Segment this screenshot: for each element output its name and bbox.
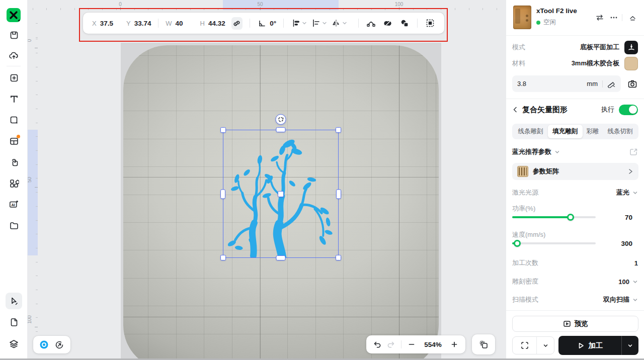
marquee-selection-button[interactable] (425, 17, 435, 29)
height-input[interactable]: 44.32 (208, 20, 225, 27)
duplicate-tool-button[interactable] (6, 154, 22, 170)
text-tool-button[interactable] (6, 91, 22, 107)
undo-button[interactable] (372, 339, 383, 350)
play-icon (577, 342, 585, 349)
rotation-angle-control[interactable] (257, 17, 267, 29)
export-params-button[interactable] (629, 147, 638, 156)
distribute-icon (292, 19, 301, 28)
switch-device-button[interactable] (594, 12, 605, 23)
h-label: H (200, 20, 205, 27)
resize-handle-n[interactable] (276, 127, 286, 132)
refresh-capture-button[interactable] (55, 340, 64, 349)
layers-button[interactable] (6, 336, 22, 352)
collapse-panel-button[interactable] (627, 12, 638, 23)
measure-ruler-icon[interactable] (607, 79, 616, 88)
redo-button[interactable] (386, 339, 396, 350)
shape-tool-button[interactable] (6, 112, 22, 128)
lock-aspect-ratio-button[interactable] (231, 17, 243, 30)
edit-nodes-button[interactable] (366, 17, 376, 29)
mode-icon-button[interactable] (624, 41, 638, 54)
align-dropdown[interactable] (322, 21, 327, 26)
power-slider-knob[interactable] (567, 214, 574, 221)
canvas-pages-button[interactable] (472, 334, 495, 354)
parameter-matrix-row[interactable]: 参数矩阵 (512, 163, 638, 180)
frame-dropdown-button[interactable] (537, 337, 554, 354)
y-input[interactable]: 33.74 (134, 20, 151, 27)
cloud-upload-button[interactable] (6, 47, 22, 64)
tab-line-engrave[interactable]: 线条雕刻 (513, 125, 548, 138)
distribute-button[interactable] (291, 17, 301, 29)
passes-row: 加工次数 1 (512, 258, 638, 268)
frame-button[interactable] (513, 337, 537, 354)
weld-button[interactable] (382, 17, 393, 29)
resize-handle-w[interactable] (220, 189, 225, 199)
apps-gallery-button[interactable] (6, 175, 22, 192)
resize-handle-sw[interactable] (220, 255, 226, 260)
live-view-toggle[interactable] (40, 340, 48, 349)
density-label: 雕刻密度 (512, 277, 538, 286)
rotate-handle[interactable] (276, 114, 286, 125)
zoom-out-button[interactable] (407, 339, 417, 350)
align-button[interactable] (311, 17, 321, 29)
more-dots-icon (609, 13, 618, 22)
material-value[interactable]: 3mm椴木胶合板 (572, 59, 619, 68)
angle-input[interactable]: 0° (270, 20, 276, 27)
resize-handle-e[interactable] (336, 189, 341, 199)
xtool-logo[interactable] (7, 8, 21, 22)
back-chevron-icon[interactable] (512, 107, 518, 113)
width-input[interactable]: 40 (176, 20, 183, 27)
scan-mode-value[interactable]: 双向扫描 (603, 295, 629, 304)
zoom-in-button[interactable] (449, 339, 459, 350)
select-tool-button[interactable] (6, 293, 22, 309)
x-input[interactable]: 37.5 (100, 20, 113, 27)
passes-value[interactable]: 1 (634, 259, 638, 267)
density-value[interactable]: 100 (618, 278, 629, 286)
insert-button[interactable] (6, 69, 22, 86)
measure-camera-button[interactable] (626, 77, 639, 91)
resize-handle-nw[interactable] (220, 127, 226, 133)
laser-source-value[interactable]: 蓝光 (616, 188, 629, 197)
scan-dropdown-icon[interactable] (632, 297, 638, 303)
speed-slider-knob[interactable] (514, 240, 521, 247)
power-value[interactable]: 70 (625, 214, 632, 221)
ruler-tick-label: 100 (395, 2, 404, 7)
speed-slider[interactable] (512, 242, 596, 244)
preset-dropdown-icon[interactable] (554, 149, 560, 155)
zoom-level-value[interactable]: 554% (422, 341, 444, 348)
mode-value[interactable]: 底板平面加工 (580, 43, 619, 52)
tab-fill-engrave[interactable]: 填充雕刻 (548, 125, 583, 138)
process-button[interactable]: 加工 (558, 336, 638, 355)
canvas-workspace[interactable]: 0 50 100 0 50 100 (28, 0, 506, 360)
tab-line-cut[interactable]: 线条切割 (603, 125, 637, 138)
preview-button[interactable]: 预览 (512, 316, 638, 332)
thickness-value[interactable]: 3.8 (517, 80, 526, 87)
save-button[interactable] (6, 27, 22, 43)
material-swatch[interactable] (624, 57, 638, 70)
speed-label: 速度(mm/s) (512, 230, 545, 239)
scan-mode-label: 扫描模式 (512, 295, 538, 304)
tab-color-engrave[interactable]: 彩雕 (583, 125, 603, 138)
density-dropdown-icon[interactable] (632, 279, 638, 285)
laser-dropdown-icon[interactable] (632, 190, 638, 196)
resize-handle-ne[interactable] (336, 127, 341, 133)
power-slider[interactable] (512, 216, 596, 218)
template-panel-button[interactable] (6, 133, 22, 149)
resize-handle-se[interactable] (336, 255, 341, 260)
execute-toggle[interactable] (619, 105, 638, 115)
speed-value[interactable]: 300 (621, 240, 632, 247)
distribute-dropdown[interactable] (302, 21, 307, 26)
page-button[interactable] (6, 314, 22, 330)
boolean-ops-button[interactable] (399, 17, 410, 29)
selection-bounding-box[interactable] (223, 130, 339, 258)
process-dropdown-button[interactable] (621, 336, 638, 355)
resize-handle-s[interactable] (276, 255, 286, 260)
anchor-center-handle[interactable] (278, 191, 284, 197)
flip-dropdown[interactable] (342, 21, 347, 26)
process-button-main[interactable]: 加工 (558, 341, 621, 350)
ai-tools-button[interactable]: AI (6, 196, 22, 213)
files-button[interactable] (6, 217, 22, 234)
device-more-button[interactable] (608, 12, 619, 23)
preset-label[interactable]: 蓝光推荐参数 (512, 147, 551, 156)
thickness-input[interactable]: 3.8 mm (512, 75, 621, 92)
flip-button[interactable] (331, 17, 342, 29)
